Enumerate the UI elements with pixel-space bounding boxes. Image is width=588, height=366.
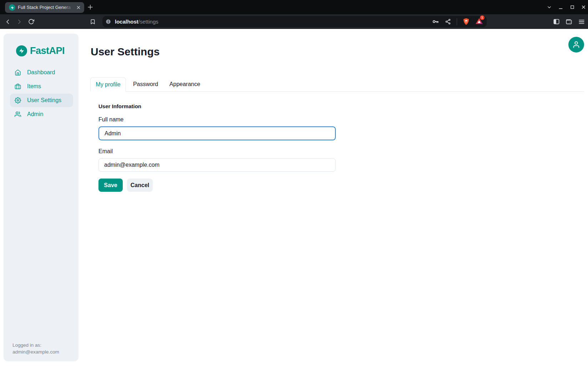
sidebar-nav: Dashboard Items User Settings [10, 66, 73, 121]
sidebar-item-label: Dashboard [27, 69, 55, 76]
home-icon [15, 69, 21, 76]
section-heading: User Information [98, 103, 141, 109]
user-avatar-button[interactable] [568, 37, 584, 52]
full-name-label: Full name [98, 116, 123, 123]
tab-close-icon[interactable] [76, 5, 81, 10]
logged-in-email: admin@example.com [12, 349, 59, 355]
browser-titlebar: Full Stack Project Genera [0, 0, 588, 14]
sidebar-item-user-settings[interactable]: User Settings [10, 94, 73, 107]
wallet-icon[interactable] [566, 18, 572, 25]
settings-tabs: My profile Password Appearance [90, 77, 584, 92]
tab-title-fade [64, 2, 74, 12]
app-page: FastAPI Dashboard Items [0, 29, 588, 366]
gear-icon [15, 97, 21, 104]
sidebar: FastAPI Dashboard Items [4, 34, 78, 361]
window-maximize-button[interactable] [570, 5, 574, 10]
tab-search-chevron-icon[interactable] [547, 5, 552, 10]
user-icon [572, 41, 580, 49]
sidebar-item-label: User Settings [27, 97, 61, 104]
logged-in-label: Logged in as: [12, 342, 59, 349]
tab-password[interactable]: Password [126, 77, 165, 91]
sidebar-panel-icon[interactable] [553, 18, 560, 25]
logged-in-footer: Logged in as: admin@example.com [12, 342, 59, 355]
url-text: localhost/settings [115, 16, 158, 27]
window-close-button[interactable] [581, 5, 586, 10]
sidebar-item-label: Admin [27, 111, 43, 117]
fastapi-logo: FastAPI [16, 45, 65, 56]
new-tab-button[interactable] [87, 4, 93, 10]
sidebar-item-items[interactable]: Items [10, 80, 73, 93]
window-minimize-button[interactable] [558, 5, 563, 10]
tab-my-profile[interactable]: My profile [90, 77, 126, 92]
menu-hamburger-icon[interactable] [578, 18, 585, 25]
sidebar-item-dashboard[interactable]: Dashboard [10, 66, 73, 79]
sidebar-item-label: Items [27, 83, 41, 90]
url-host: localhost [115, 19, 138, 25]
fastapi-favicon-icon [9, 4, 15, 11]
page-title: User Settings [91, 46, 159, 58]
reload-button[interactable] [27, 14, 35, 29]
tab-appearance[interactable]: Appearance [165, 77, 204, 91]
users-icon [15, 111, 21, 117]
save-button[interactable]: Save [98, 179, 123, 192]
site-info-icon[interactable] [106, 19, 111, 24]
brave-rewards-icon[interactable]: 1 [475, 17, 483, 26]
briefcase-icon [15, 83, 21, 90]
email-label: Email [98, 148, 113, 155]
fastapi-bolt-icon [16, 45, 27, 56]
key-icon[interactable] [432, 18, 439, 25]
share-icon[interactable] [445, 19, 451, 25]
toolbar-divider [457, 18, 457, 25]
address-bar[interactable]: localhost/settings [102, 16, 487, 27]
full-name-input[interactable] [98, 126, 336, 140]
browser-toolbar: localhost/settings [0, 14, 588, 29]
bookmark-icon[interactable] [88, 14, 97, 29]
browser-tab[interactable]: Full Stack Project Genera [5, 2, 84, 13]
url-path: /settings [138, 19, 158, 25]
rewards-badge: 1 [480, 15, 485, 20]
brand-name: FastAPI [30, 45, 65, 56]
forward-button[interactable] [15, 14, 24, 29]
back-button[interactable] [4, 14, 12, 29]
email-input[interactable] [98, 158, 336, 172]
cancel-button[interactable]: Cancel [127, 179, 153, 192]
brave-shield-icon[interactable] [463, 18, 470, 25]
sidebar-item-admin[interactable]: Admin [10, 107, 73, 121]
browser-window: Full Stack Project Genera [0, 0, 588, 366]
